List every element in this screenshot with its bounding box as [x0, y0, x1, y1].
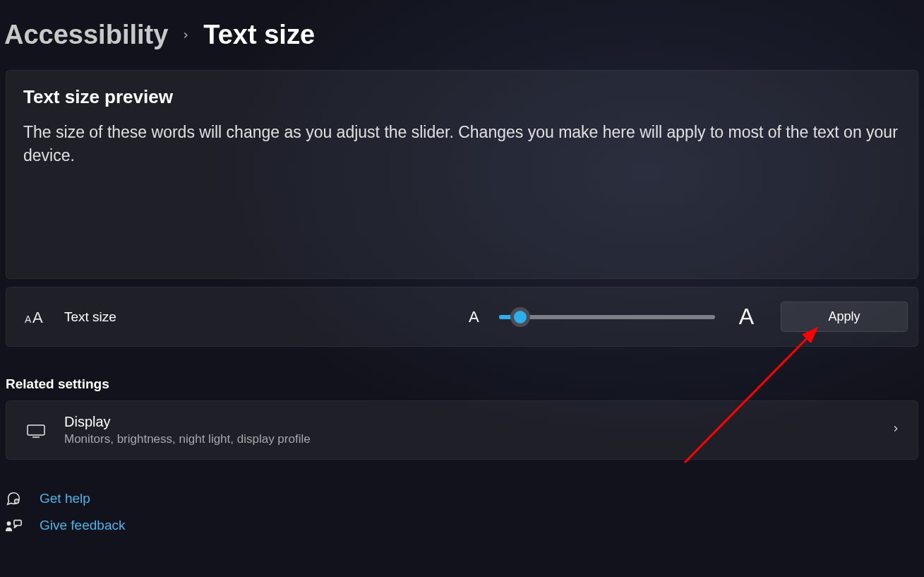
text-size-slider-card: A A Text size A A Apply	[6, 287, 918, 347]
text-size-icon: A A	[25, 309, 47, 326]
chevron-right-icon	[181, 30, 191, 40]
breadcrumb: Accessibility Text size	[0, 0, 924, 50]
svg-point-6	[7, 521, 11, 525]
preview-title: Text size preview	[23, 86, 901, 108]
help-icon: ?	[4, 491, 23, 506]
help-links: ? Get help Give feedback	[4, 491, 920, 533]
svg-text:A: A	[25, 314, 32, 325]
get-help-link[interactable]: Get help	[40, 491, 90, 506]
chevron-right-icon	[891, 424, 901, 436]
svg-rect-2	[28, 425, 44, 435]
breadcrumb-parent[interactable]: Accessibility	[4, 20, 168, 50]
related-item-desc: Monitors, brightness, night light, displ…	[64, 432, 872, 446]
get-help-row: ? Get help	[4, 491, 920, 506]
display-settings-link[interactable]: Display Monitors, brightness, night ligh…	[6, 400, 918, 460]
svg-text:A: A	[32, 309, 43, 326]
slider-max-marker: A	[739, 304, 754, 330]
related-settings-heading: Related settings	[6, 376, 918, 392]
breadcrumb-current: Text size	[203, 20, 315, 50]
slider-min-marker: A	[469, 308, 479, 326]
preview-card: Text size preview The size of these word…	[6, 70, 918, 279]
slider-label: Text size	[64, 309, 116, 325]
related-item-title: Display	[64, 414, 872, 430]
apply-button[interactable]: Apply	[781, 302, 908, 332]
give-feedback-row: Give feedback	[4, 518, 920, 533]
feedback-icon	[4, 518, 23, 533]
display-icon	[26, 422, 46, 438]
text-size-slider[interactable]	[499, 315, 715, 319]
give-feedback-link[interactable]: Give feedback	[40, 518, 125, 533]
preview-body: The size of these words will change as y…	[23, 121, 901, 168]
slider-thumb[interactable]	[510, 307, 530, 327]
svg-rect-7	[14, 521, 21, 525]
